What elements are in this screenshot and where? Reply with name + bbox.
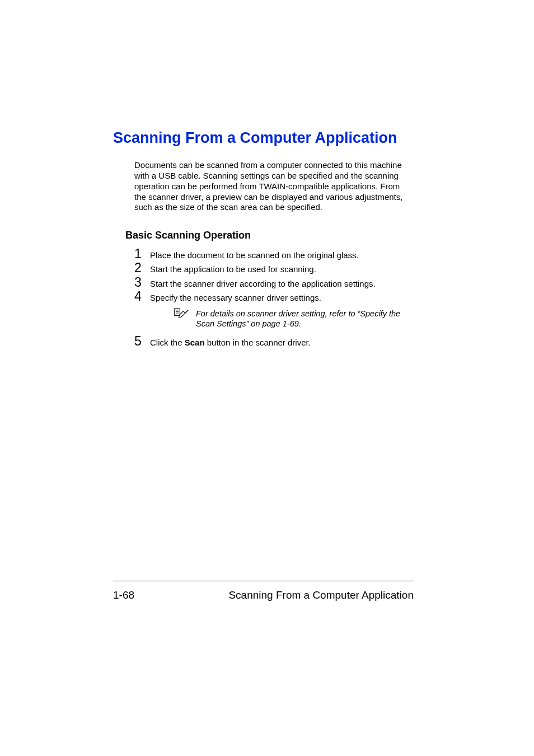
step-number: 1 [134,247,150,261]
step-text-bold: Scan [185,338,205,347]
step-number: 5 [134,334,150,348]
page-body: Scanning From a Computer Application Doc… [0,0,534,348]
sub-heading: Basic Scanning Operation [125,230,414,241]
step-text: Specify the necessary scanner driver set… [150,293,321,303]
step-number: 4 [134,290,150,304]
svg-rect-0 [175,309,180,315]
note-text: For details on scanner driver setting, r… [196,309,414,329]
step-number: 2 [134,261,150,275]
step-1: 1 Place the document to be scanned on th… [134,247,414,261]
page-number: 1-68 [113,589,134,601]
main-heading: Scanning From a Computer Application [113,129,414,147]
page-footer: 1-68 Scanning From a Computer Applicatio… [113,581,414,601]
note: For details on scanner driver setting, r… [174,309,414,329]
step-text: Place the document to be scanned on the … [150,250,359,260]
step-text: Start the application to be used for sca… [150,264,316,274]
footer-divider [113,581,414,581]
step-text: Click the Scan button in the scanner dri… [150,338,311,348]
step-list: 1 Place the document to be scanned on th… [134,247,414,348]
step-text: Start the scanner driver according to th… [150,279,376,289]
step-5: 5 Click the Scan button in the scanner d… [134,334,414,348]
intro-paragraph: Documents can be scanned from a computer… [134,160,414,213]
footer-title: Scanning From a Computer Application [228,589,414,601]
step-number: 3 [134,276,150,290]
step-4: 4 Specify the necessary scanner driver s… [134,290,414,304]
footer-row: 1-68 Scanning From a Computer Applicatio… [113,589,414,601]
step-text-prefix: Click the [150,338,185,347]
step-text-suffix: button in the scanner driver. [205,338,311,347]
step-2: 2 Start the application to be used for s… [134,261,414,275]
step-3: 3 Start the scanner driver according to … [134,276,414,290]
note-icon [174,307,190,321]
